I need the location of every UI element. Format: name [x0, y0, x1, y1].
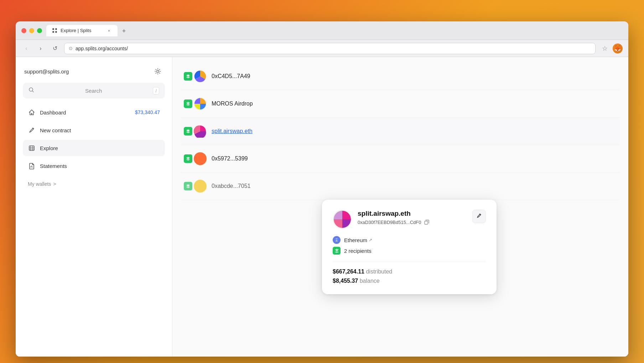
recipients-count: 2 recipients: [344, 248, 372, 254]
dashboard-value: $73,340.47: [135, 109, 160, 115]
token-airswap-icon: [194, 125, 207, 138]
distributed-label: distributed: [366, 269, 392, 275]
svg-rect-7: [425, 221, 428, 224]
forward-button[interactable]: ›: [36, 44, 46, 53]
splits-logo: [52, 28, 57, 33]
balance-amount: $8,455.37: [333, 278, 358, 284]
list-item[interactable]: 0x5972...5399: [181, 145, 620, 173]
balance-label: balance: [360, 278, 380, 284]
sidebar-item-statements[interactable]: Statements: [23, 158, 165, 174]
tab-close-button[interactable]: ×: [106, 28, 112, 34]
search-button[interactable]: Search /: [23, 83, 165, 98]
sidebar: support@splits.org Search /: [16, 57, 172, 357]
full-address-text: 0xaD30f7EEBD9Bd515...CdF0: [358, 220, 421, 225]
split-badge-icon: [184, 154, 192, 163]
wallets-section[interactable]: My wallets >: [23, 180, 165, 188]
reload-button[interactable]: ↺: [50, 44, 60, 53]
split-badge-icon: [184, 182, 192, 190]
address-security-icon: ⊙: [69, 46, 73, 51]
external-link-icon[interactable]: ↗: [369, 237, 372, 242]
sidebar-header: support@splits.org: [23, 66, 165, 77]
list-item[interactable]: 0xC4D5...7A49: [181, 63, 620, 90]
popup-title-block: split.airswap.eth 0xaD30f7EEBD9Bd515...C…: [358, 210, 467, 225]
traffic-lights: [21, 28, 42, 33]
account-icons: [184, 152, 207, 165]
split-badge-icon: [184, 72, 192, 81]
sidebar-item-explore[interactable]: Explore: [23, 140, 165, 156]
sidebar-item-new-contract[interactable]: New contract: [23, 122, 165, 138]
app-content: support@splits.org Search /: [16, 57, 628, 357]
account-name-moros: MOROS Airdrop: [212, 101, 253, 107]
statements-label: Statements: [40, 163, 160, 169]
account-icons: [184, 125, 207, 138]
network-item: Ξ Ethereum ↗: [333, 236, 486, 244]
account-address-5: 0xabcde...7051: [212, 183, 250, 189]
browser-titlebar: Explore | Splits × +: [16, 21, 628, 40]
token-pie-icon-2: [194, 97, 207, 110]
new-contract-label: New contract: [40, 127, 160, 133]
address-bar[interactable]: ⊙ app.splits.org/accounts/: [64, 43, 596, 54]
account-icons: [184, 70, 207, 83]
back-button[interactable]: ‹: [21, 44, 31, 53]
svg-point-0: [157, 70, 159, 72]
settings-button[interactable]: [152, 66, 163, 77]
close-button[interactable]: [21, 28, 26, 33]
bookmark-button[interactable]: ☆: [600, 44, 610, 53]
nav-items: Dashboard $73,340.47 New contract: [23, 104, 165, 174]
popup-name: split.airswap.eth: [358, 210, 467, 218]
nav-actions: ☆ 🦊: [600, 44, 623, 53]
copy-address-button[interactable]: [424, 219, 430, 225]
settings-icon: [154, 68, 161, 75]
account-icons: [184, 180, 207, 193]
account-airswap-name: split.airswap.eth: [212, 128, 253, 134]
main-content: 0xC4D5...7A49: [172, 57, 628, 357]
account-icons: [184, 97, 207, 110]
split-badge-icon: [184, 127, 192, 136]
recipients-split-icon: [333, 247, 341, 255]
popup-header: split.airswap.eth 0xaD30f7EEBD9Bd515...C…: [333, 210, 486, 229]
metamask-fox-avatar[interactable]: 🦊: [613, 44, 623, 53]
token-orange-icon: [194, 152, 207, 165]
list-item[interactable]: split.airswap.eth: [181, 118, 620, 145]
edit-icon: [28, 126, 36, 134]
search-shortcut: /: [153, 87, 159, 94]
browser-window: Explore | Splits × + ‹ › ↺ ⊙ app.splits.…: [16, 21, 628, 357]
active-tab[interactable]: Explore | Splits ×: [46, 25, 118, 36]
popup-stats: $667,264.11 distributed $8,455.37 balanc…: [333, 262, 486, 284]
recipients-item: 2 recipients: [333, 247, 486, 255]
home-icon: [28, 108, 36, 116]
browser-tabs: Explore | Splits × +: [46, 25, 623, 36]
edit-button[interactable]: [472, 210, 486, 223]
map-icon: [28, 144, 36, 152]
distributed-amount: $667,264.11: [333, 269, 364, 275]
maximize-button[interactable]: [37, 28, 42, 33]
search-label: Search: [37, 88, 150, 94]
distributed-stat: $667,264.11 distributed: [333, 269, 486, 275]
token-pie-icon: [194, 70, 207, 83]
token-yellow-icon: [194, 180, 207, 193]
popup-avatar: [333, 210, 352, 229]
dashboard-label: Dashboard: [40, 109, 131, 116]
explore-label: Explore: [40, 145, 160, 151]
list-item[interactable]: MOROS Airdrop: [181, 90, 620, 118]
sidebar-item-dashboard[interactable]: Dashboard $73,340.47: [23, 104, 165, 121]
address-url: app.splits.org/accounts/: [76, 46, 128, 51]
minimize-button[interactable]: [29, 28, 34, 33]
ethereum-icon: Ξ: [333, 236, 341, 244]
new-tab-button[interactable]: +: [119, 26, 129, 36]
list-item[interactable]: 0xabcde...7051: [181, 173, 620, 200]
file-chart-icon: [28, 162, 36, 170]
split-badge-icon: [184, 99, 192, 108]
edit-icon: [476, 213, 482, 220]
popup-address: 0xaD30f7EEBD9Bd515...CdF0: [358, 219, 467, 225]
wallets-arrow: >: [53, 181, 56, 187]
account-address: 0xC4D5...7A49: [212, 73, 250, 80]
network-name: Ethereum: [344, 237, 367, 243]
search-icon: [28, 87, 34, 94]
tab-title: Explore | Splits: [61, 28, 103, 33]
user-email: support@splits.org: [24, 68, 69, 75]
tab-favicon: [52, 28, 58, 34]
balance-stat: $8,455.37 balance: [333, 278, 486, 284]
browser-navbar: ‹ › ↺ ⊙ app.splits.org/accounts/ ☆ 🦊: [16, 40, 628, 57]
popup-meta: Ξ Ethereum ↗ 2 recipie: [333, 236, 486, 255]
